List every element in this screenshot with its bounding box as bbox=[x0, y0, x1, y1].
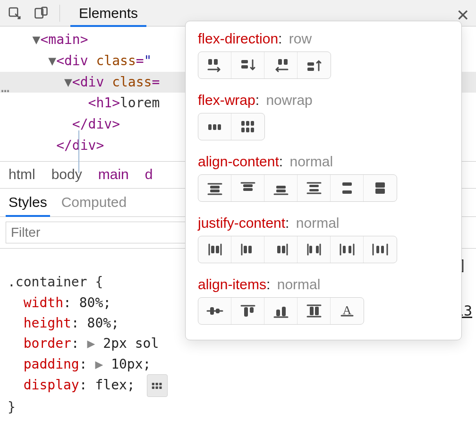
svg-rect-55 bbox=[309, 246, 312, 253]
svg-rect-17 bbox=[208, 124, 212, 130]
svg-rect-63 bbox=[376, 246, 379, 253]
css-val[interactable]: : flex; bbox=[79, 377, 135, 393]
css-prop[interactable]: border bbox=[8, 336, 71, 351]
svg-rect-34 bbox=[276, 190, 286, 192]
svg-rect-14 bbox=[284, 59, 288, 65]
svg-rect-8 bbox=[159, 387, 162, 389]
svg-rect-46 bbox=[216, 246, 219, 253]
group-flex-direction: flex-direction: row bbox=[198, 31, 449, 79]
group-align-items: align-items: normal A bbox=[198, 276, 449, 325]
tab-elements[interactable]: Elements bbox=[70, 0, 146, 26]
css-val[interactable]: : 80%; bbox=[71, 315, 119, 331]
tab-computed[interactable]: Computed bbox=[61, 188, 127, 216]
flexbox-editor-popover: flex-direction: row flex-wrap: nowrap bbox=[185, 21, 462, 340]
align-content-space-between-icon[interactable] bbox=[331, 175, 364, 201]
svg-rect-18 bbox=[213, 124, 216, 130]
justify-content-space-evenly-icon[interactable] bbox=[364, 236, 397, 263]
svg-rect-27 bbox=[210, 186, 220, 189]
svg-rect-3 bbox=[152, 383, 154, 385]
svg-rect-73 bbox=[282, 307, 286, 316]
align-items-center-icon[interactable] bbox=[198, 298, 231, 324]
justify-content-space-between-icon[interactable] bbox=[298, 236, 331, 263]
css-selector[interactable]: .container { bbox=[8, 274, 103, 290]
svg-rect-70 bbox=[244, 307, 248, 317]
svg-rect-56 bbox=[316, 246, 319, 253]
css-prop[interactable]: padding bbox=[8, 356, 79, 372]
flex-direction-options bbox=[198, 52, 331, 79]
align-content-stretch-icon[interactable] bbox=[364, 175, 397, 201]
svg-rect-45 bbox=[211, 246, 214, 253]
flex-editor-icon[interactable] bbox=[147, 374, 168, 396]
css-val[interactable]: : ▶ 2px sol bbox=[71, 336, 159, 351]
svg-rect-42 bbox=[375, 182, 385, 188]
svg-rect-33 bbox=[276, 186, 286, 189]
align-items-options: A bbox=[198, 297, 364, 325]
toolbar-divider bbox=[60, 5, 60, 22]
device-toggle-icon[interactable] bbox=[33, 5, 49, 21]
svg-rect-50 bbox=[248, 246, 252, 253]
indent-guide bbox=[78, 130, 79, 173]
align-content-space-around-icon[interactable] bbox=[298, 175, 331, 201]
flex-wrap-options bbox=[198, 113, 265, 140]
prop-title: flex-wrap: nowrap bbox=[198, 92, 449, 108]
crumb-html[interactable]: html bbox=[8, 166, 35, 182]
crumb-main[interactable]: main bbox=[98, 166, 129, 182]
crumb-div[interactable]: d bbox=[145, 166, 153, 182]
svg-rect-15 bbox=[307, 62, 314, 66]
justify-content-options bbox=[198, 236, 397, 263]
svg-rect-59 bbox=[343, 246, 346, 253]
svg-rect-38 bbox=[309, 189, 319, 191]
css-prop[interactable]: width bbox=[8, 295, 63, 310]
tab-styles[interactable]: Styles bbox=[8, 188, 47, 216]
group-flex-wrap: flex-wrap: nowrap bbox=[198, 92, 449, 140]
align-items-baseline-icon[interactable]: A bbox=[331, 298, 364, 324]
svg-rect-22 bbox=[251, 121, 254, 126]
prop-title: flex-direction: row bbox=[198, 31, 449, 47]
flex-wrap-wrap-icon[interactable] bbox=[231, 113, 264, 140]
svg-rect-32 bbox=[243, 188, 253, 191]
svg-rect-10 bbox=[214, 59, 218, 65]
group-align-content: align-content: normal bbox=[198, 154, 449, 202]
svg-rect-6 bbox=[152, 387, 154, 389]
align-content-start-icon[interactable] bbox=[231, 175, 264, 201]
align-items-stretch-icon[interactable] bbox=[298, 298, 331, 324]
justify-content-end-icon[interactable] bbox=[264, 236, 298, 263]
svg-rect-71 bbox=[250, 307, 254, 313]
prop-title: justify-content: normal bbox=[198, 215, 449, 231]
svg-rect-37 bbox=[309, 185, 319, 187]
group-justify-content: justify-content: normal bbox=[198, 215, 449, 263]
svg-rect-76 bbox=[310, 307, 314, 315]
align-items-start-icon[interactable] bbox=[231, 298, 264, 324]
flex-direction-column-icon[interactable] bbox=[231, 52, 264, 78]
css-prop[interactable]: height bbox=[8, 315, 71, 331]
svg-rect-67 bbox=[210, 307, 214, 315]
align-content-end-icon[interactable] bbox=[264, 175, 298, 201]
css-prop[interactable]: display bbox=[8, 377, 79, 393]
inspect-icon[interactable] bbox=[7, 5, 23, 21]
overflow-ellipsis-icon: ⋯ bbox=[1, 79, 10, 102]
svg-rect-31 bbox=[243, 184, 253, 187]
align-content-center-icon[interactable] bbox=[198, 175, 231, 201]
flex-direction-row-icon[interactable] bbox=[198, 52, 231, 78]
flex-direction-column-reverse-icon[interactable] bbox=[298, 52, 331, 78]
svg-rect-23 bbox=[241, 128, 245, 132]
svg-rect-51 bbox=[277, 246, 280, 253]
justify-content-space-around-icon[interactable] bbox=[331, 236, 364, 263]
svg-rect-4 bbox=[155, 383, 158, 385]
svg-rect-49 bbox=[244, 246, 247, 253]
align-items-end-icon[interactable] bbox=[264, 298, 298, 324]
align-content-options bbox=[198, 174, 397, 202]
svg-rect-24 bbox=[246, 128, 249, 132]
css-val[interactable]: : 80%; bbox=[63, 295, 111, 310]
justify-content-start-icon[interactable] bbox=[231, 236, 264, 263]
svg-rect-5 bbox=[159, 383, 162, 385]
flex-direction-row-reverse-icon[interactable] bbox=[264, 52, 298, 78]
css-val[interactable]: : ▶ 10px; bbox=[79, 356, 151, 372]
svg-rect-19 bbox=[218, 124, 221, 130]
crumb-body[interactable]: body bbox=[51, 166, 82, 182]
panel-tabs: Elements bbox=[70, 0, 146, 26]
svg-rect-77 bbox=[315, 307, 319, 315]
svg-rect-21 bbox=[246, 121, 249, 126]
flex-wrap-nowrap-icon[interactable] bbox=[198, 113, 231, 140]
justify-content-center-icon[interactable] bbox=[198, 236, 231, 263]
